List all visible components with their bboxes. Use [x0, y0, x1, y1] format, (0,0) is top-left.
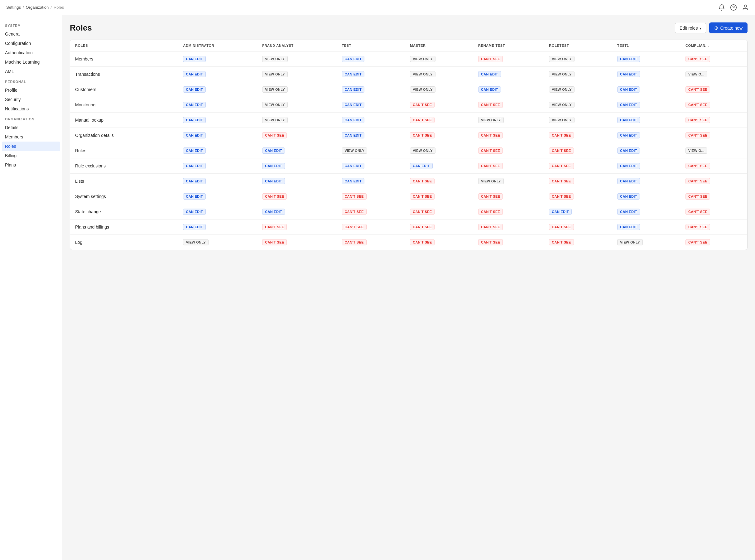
- permission-badge[interactable]: CAN'T SEE: [478, 163, 503, 169]
- user-icon[interactable]: [742, 4, 749, 11]
- permission-badge[interactable]: VIEW ONLY: [549, 102, 574, 108]
- permission-badge[interactable]: VIEW ONLY: [549, 71, 574, 77]
- permission-badge[interactable]: CAN'T SEE: [549, 147, 574, 154]
- sidebar-item-billing[interactable]: Billing: [0, 151, 62, 160]
- permission-badge[interactable]: CAN EDIT: [183, 71, 206, 77]
- permission-badge[interactable]: CAN'T SEE: [410, 239, 434, 245]
- sidebar-item-machine-learning[interactable]: Machine Learning: [0, 57, 62, 67]
- sidebar-item-details[interactable]: Details: [0, 123, 62, 132]
- permission-badge[interactable]: CAN'T SEE: [342, 208, 366, 215]
- permission-badge[interactable]: CAN'T SEE: [549, 163, 574, 169]
- permission-badge[interactable]: CAN EDIT: [342, 86, 364, 93]
- permission-badge[interactable]: VIEW ONLY: [549, 56, 574, 62]
- permission-badge[interactable]: VIEW O...: [686, 71, 707, 77]
- permission-badge[interactable]: CAN EDIT: [342, 102, 364, 108]
- permission-badge[interactable]: CAN'T SEE: [686, 117, 710, 123]
- permission-badge[interactable]: CAN'T SEE: [342, 224, 366, 230]
- create-new-button[interactable]: Create new: [709, 22, 748, 33]
- permission-badge[interactable]: VIEW ONLY: [262, 86, 288, 93]
- permission-badge[interactable]: CAN EDIT: [617, 208, 640, 215]
- permission-badge[interactable]: CAN'T SEE: [342, 239, 366, 245]
- permission-badge[interactable]: CAN'T SEE: [686, 132, 710, 138]
- permission-badge[interactable]: CAN'T SEE: [410, 208, 434, 215]
- permission-badge[interactable]: CAN EDIT: [342, 132, 364, 138]
- breadcrumb-settings[interactable]: Settings: [6, 5, 21, 10]
- permission-badge[interactable]: CAN'T SEE: [686, 86, 710, 93]
- permission-badge[interactable]: CAN'T SEE: [549, 178, 574, 184]
- permission-badge[interactable]: VIEW ONLY: [342, 147, 367, 154]
- permission-badge[interactable]: CAN'T SEE: [262, 239, 287, 245]
- sidebar-item-configuration[interactable]: Configuration: [0, 39, 62, 48]
- permission-badge[interactable]: CAN'T SEE: [686, 208, 710, 215]
- permission-badge[interactable]: CAN EDIT: [617, 86, 640, 93]
- permission-badge[interactable]: CAN'T SEE: [410, 132, 434, 138]
- permission-badge[interactable]: CAN'T SEE: [549, 239, 574, 245]
- edit-roles-button[interactable]: Edit roles: [675, 23, 706, 33]
- permission-badge[interactable]: VIEW ONLY: [549, 86, 574, 93]
- permission-badge[interactable]: CAN'T SEE: [686, 163, 710, 169]
- permission-badge[interactable]: VIEW ONLY: [183, 239, 208, 245]
- permission-badge[interactable]: CAN'T SEE: [410, 178, 434, 184]
- permission-badge[interactable]: VIEW ONLY: [617, 239, 643, 245]
- permission-badge[interactable]: CAN EDIT: [183, 132, 206, 138]
- permission-badge[interactable]: CAN EDIT: [183, 102, 206, 108]
- permission-badge[interactable]: VIEW ONLY: [410, 147, 435, 154]
- permission-badge[interactable]: CAN'T SEE: [478, 56, 503, 62]
- permission-badge[interactable]: CAN EDIT: [342, 56, 364, 62]
- permission-badge[interactable]: CAN'T SEE: [478, 224, 503, 230]
- sidebar-item-plans[interactable]: Plans: [0, 160, 62, 169]
- permission-badge[interactable]: CAN'T SEE: [686, 193, 710, 200]
- permission-badge[interactable]: CAN'T SEE: [549, 132, 574, 138]
- sidebar-item-security[interactable]: Security: [0, 95, 62, 104]
- permission-badge[interactable]: CAN'T SEE: [686, 239, 710, 245]
- permission-badge[interactable]: CAN EDIT: [183, 147, 206, 154]
- permission-badge[interactable]: CAN EDIT: [183, 178, 206, 184]
- sidebar-item-profile[interactable]: Profile: [0, 85, 62, 95]
- permission-badge[interactable]: VIEW O...: [686, 147, 707, 154]
- permission-badge[interactable]: CAN'T SEE: [478, 208, 503, 215]
- permission-badge[interactable]: VIEW ONLY: [262, 102, 288, 108]
- sidebar-item-authentication[interactable]: Authentication: [0, 48, 62, 57]
- permission-badge[interactable]: CAN'T SEE: [478, 239, 503, 245]
- bell-icon[interactable]: [718, 4, 725, 11]
- sidebar-item-notifications[interactable]: Notifications: [0, 104, 62, 114]
- permission-badge[interactable]: CAN EDIT: [617, 178, 640, 184]
- permission-badge[interactable]: CAN EDIT: [617, 117, 640, 123]
- permission-badge[interactable]: CAN'T SEE: [478, 132, 503, 138]
- permission-badge[interactable]: CAN EDIT: [183, 117, 206, 123]
- permission-badge[interactable]: CAN EDIT: [262, 208, 285, 215]
- permission-badge[interactable]: VIEW ONLY: [262, 117, 288, 123]
- permission-badge[interactable]: CAN'T SEE: [478, 193, 503, 200]
- help-icon[interactable]: [730, 4, 737, 11]
- permission-badge[interactable]: VIEW ONLY: [478, 117, 504, 123]
- permission-badge[interactable]: CAN EDIT: [183, 56, 206, 62]
- sidebar-item-general[interactable]: General: [0, 29, 62, 39]
- permission-badge[interactable]: CAN EDIT: [617, 193, 640, 200]
- permission-badge[interactable]: CAN EDIT: [342, 163, 364, 169]
- permission-badge[interactable]: CAN EDIT: [617, 71, 640, 77]
- permission-badge[interactable]: CAN EDIT: [342, 178, 364, 184]
- permission-badge[interactable]: VIEW ONLY: [262, 71, 288, 77]
- permission-badge[interactable]: CAN'T SEE: [410, 193, 434, 200]
- permission-badge[interactable]: VIEW ONLY: [549, 117, 574, 123]
- permission-badge[interactable]: CAN'T SEE: [549, 224, 574, 230]
- sidebar-item-aml[interactable]: AML: [0, 67, 62, 76]
- permission-badge[interactable]: CAN'T SEE: [410, 224, 434, 230]
- permission-badge[interactable]: CAN EDIT: [262, 163, 285, 169]
- permission-badge[interactable]: CAN'T SEE: [549, 193, 574, 200]
- permission-badge[interactable]: CAN EDIT: [183, 163, 206, 169]
- permission-badge[interactable]: CAN EDIT: [617, 102, 640, 108]
- permission-badge[interactable]: CAN EDIT: [410, 163, 433, 169]
- permission-badge[interactable]: CAN EDIT: [617, 56, 640, 62]
- sidebar-item-roles[interactable]: Roles: [2, 142, 60, 151]
- permission-badge[interactable]: VIEW ONLY: [410, 71, 435, 77]
- permission-badge[interactable]: VIEW ONLY: [262, 56, 288, 62]
- sidebar-item-members[interactable]: Members: [0, 132, 62, 142]
- permission-badge[interactable]: CAN'T SEE: [410, 102, 434, 108]
- permission-badge[interactable]: CAN EDIT: [183, 208, 206, 215]
- permission-badge[interactable]: CAN EDIT: [183, 224, 206, 230]
- permission-badge[interactable]: CAN EDIT: [549, 208, 572, 215]
- permission-badge[interactable]: VIEW ONLY: [478, 178, 504, 184]
- permission-badge[interactable]: CAN'T SEE: [686, 178, 710, 184]
- permission-badge[interactable]: CAN EDIT: [183, 86, 206, 93]
